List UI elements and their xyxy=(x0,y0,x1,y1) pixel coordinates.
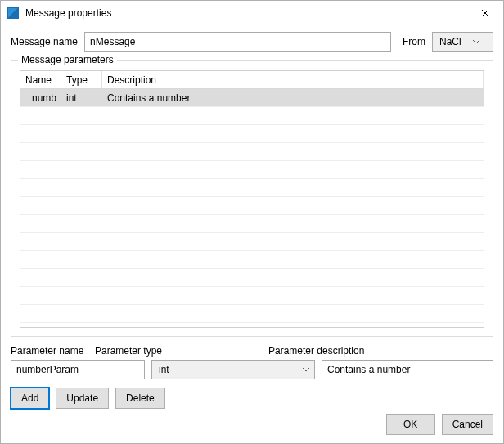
titlebar: Message properties xyxy=(1,1,503,25)
dialog-window: Message properties Message name From NaC… xyxy=(0,0,504,444)
param-type-value: int xyxy=(159,364,169,375)
table-body: numbintContains a number xyxy=(20,89,484,327)
message-name-row: Message name From NaCl xyxy=(11,32,493,52)
from-select[interactable]: NaCl xyxy=(432,32,493,52)
param-buttons-row: Add Update Delete xyxy=(11,388,493,409)
parameters-legend: Message parameters xyxy=(18,54,117,65)
table-row[interactable] xyxy=(20,233,484,251)
table-row[interactable] xyxy=(20,269,484,287)
table-row[interactable] xyxy=(20,143,484,161)
add-button[interactable]: Add xyxy=(11,388,49,409)
param-desc-label: Parameter description xyxy=(268,345,493,357)
param-name-input[interactable] xyxy=(11,360,145,379)
ok-button[interactable]: OK xyxy=(386,414,435,435)
dialog-body: Message name From NaCl Message parameter… xyxy=(1,25,503,443)
cancel-button[interactable]: Cancel xyxy=(442,414,493,435)
close-button[interactable] xyxy=(466,1,503,25)
parameters-group: Message parameters Name Type Description… xyxy=(11,60,493,337)
cell-type: int xyxy=(61,92,102,104)
param-type-select[interactable]: int xyxy=(151,360,315,379)
message-name-label: Message name xyxy=(11,36,78,47)
table-row[interactable] xyxy=(20,125,484,143)
table-row[interactable] xyxy=(20,179,484,197)
col-header-type[interactable]: Type xyxy=(61,71,102,88)
app-icon xyxy=(7,7,19,19)
chevron-down-icon xyxy=(473,38,479,45)
from-select-value: NaCl xyxy=(439,36,461,47)
chevron-down-icon xyxy=(303,366,309,373)
param-edit-fields: int xyxy=(11,360,493,379)
table-row[interactable] xyxy=(20,107,484,125)
param-type-label: Parameter type xyxy=(95,345,259,357)
table-row[interactable] xyxy=(20,305,484,323)
update-button[interactable]: Update xyxy=(56,388,109,409)
delete-button[interactable]: Delete xyxy=(115,388,165,409)
table-row[interactable] xyxy=(20,197,484,215)
cell-name: numb xyxy=(20,92,61,104)
from-label: From xyxy=(403,36,425,47)
dialog-footer: OK Cancel xyxy=(11,409,493,435)
table-row[interactable] xyxy=(20,287,484,305)
table-row[interactable] xyxy=(20,215,484,233)
table-row[interactable] xyxy=(20,161,484,179)
parameters-table[interactable]: Name Type Description numbintContains a … xyxy=(20,70,484,328)
col-header-description[interactable]: Description xyxy=(102,71,484,88)
param-name-label: Parameter name xyxy=(11,345,88,357)
window-title: Message properties xyxy=(25,7,466,19)
close-icon xyxy=(481,9,489,17)
message-name-input[interactable] xyxy=(84,32,391,52)
col-header-name[interactable]: Name xyxy=(20,71,61,88)
table-row[interactable]: numbintContains a number xyxy=(20,89,484,107)
table-row[interactable] xyxy=(20,251,484,269)
param-desc-input[interactable] xyxy=(322,360,493,379)
cell-desc: Contains a number xyxy=(102,92,484,104)
table-header: Name Type Description xyxy=(20,71,484,89)
param-edit-labels: Parameter name Parameter type Parameter … xyxy=(11,345,493,357)
